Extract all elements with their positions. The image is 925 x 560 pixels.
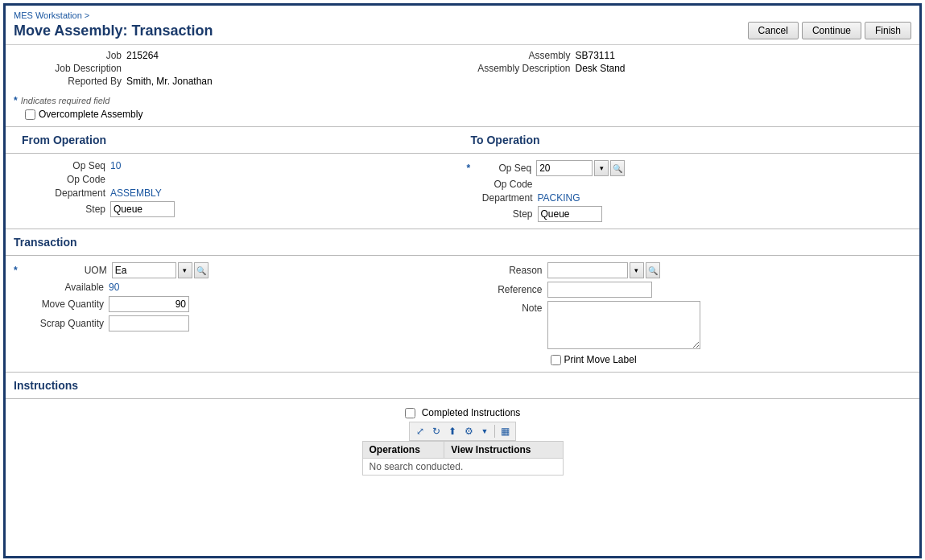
overcomplete-checkbox[interactable] — [25, 109, 35, 120]
to-step-label: Step — [467, 208, 538, 220]
instructions-toolbar: ⤢ ↻ ⬆ ⚙ ▼ ▦ — [409, 422, 516, 441]
reported-by-label: Reported By — [14, 76, 126, 87]
to-op-seq-search-btn[interactable]: 🔍 — [610, 160, 625, 176]
required-text: Indicates required field — [21, 96, 110, 105]
header-buttons: Cancel Continue Finish — [748, 22, 911, 39]
refresh-icon[interactable]: ↻ — [429, 424, 444, 439]
assembly-value: SB73111 — [576, 50, 615, 61]
from-step-select[interactable]: Queue Run Move — [110, 201, 175, 217]
from-step-label: Step — [14, 204, 110, 215]
from-op-seq-value: 10 — [110, 160, 121, 171]
completed-instructions-label[interactable]: Completed Instructions — [422, 407, 521, 418]
print-move-label-checkbox[interactable] — [551, 355, 561, 365]
gear-dropdown-icon[interactable]: ▼ — [477, 424, 492, 439]
available-value: 90 — [109, 282, 119, 293]
instructions-col2-header: View Instructions — [444, 442, 563, 459]
to-department-value: PACKING — [538, 192, 580, 204]
expand-icon[interactable]: ⤢ — [413, 424, 427, 439]
to-step-select[interactable]: Queue Run Move — [538, 206, 602, 222]
reason-label: Reason — [467, 265, 547, 276]
uom-dropdown-btn[interactable]: ▾ — [178, 262, 192, 278]
instructions-empty-row: No search conducted. — [362, 459, 563, 476]
to-operation-col: * Op Seq ▾ 🔍 Op Code Department PACKING … — [467, 157, 912, 225]
from-department-label: Department — [14, 187, 110, 199]
to-op-code-label: Op Code — [467, 179, 538, 190]
gear-icon[interactable]: ⚙ — [461, 424, 476, 439]
breadcrumb-link[interactable]: MES Workstation — [14, 10, 82, 20]
print-move-label-text[interactable]: Print Move Label — [564, 354, 637, 365]
to-op-seq-label: Op Seq — [472, 163, 536, 174]
note-label: Note — [467, 301, 547, 314]
job-label: Job — [14, 50, 126, 61]
transaction-right: Reason ▾ 🔍 Reference Note Print Move Lab… — [467, 259, 912, 369]
completed-instructions-checkbox[interactable] — [405, 408, 415, 418]
toolbar-divider — [494, 425, 495, 438]
job-info-section: Job 215264 Job Description Reported By S… — [6, 45, 919, 92]
transaction-title: Transaction — [6, 233, 919, 252]
reason-input[interactable] — [547, 262, 628, 278]
upload-icon[interactable]: ⬆ — [445, 424, 460, 439]
to-op-seq-dropdown-btn[interactable]: ▾ — [594, 160, 609, 176]
from-op-code-label: Op Code — [14, 174, 110, 185]
from-department-value: ASSEMBLY — [110, 187, 162, 199]
scrap-qty-label: Scrap Quantity — [14, 318, 109, 329]
overcomplete-label[interactable]: Overcomplete Assembly — [39, 109, 142, 120]
reported-by-value: Smith, Mr. Jonathan — [126, 76, 213, 87]
assembly-desc-value: Desk Stand — [576, 63, 626, 74]
instructions-empty-message: No search conducted. — [362, 459, 563, 476]
reference-label: Reference — [467, 284, 547, 295]
to-op-seq-required: * — [467, 163, 471, 174]
move-qty-input[interactable] — [109, 296, 189, 312]
to-operation-title: To Operation — [463, 130, 912, 150]
assembly-desc-label: Assembly Description — [463, 63, 576, 74]
from-op-seq-label: Op Seq — [14, 160, 110, 171]
cancel-button[interactable]: Cancel — [748, 22, 799, 39]
uom-label: UOM — [19, 265, 112, 276]
to-op-seq-input[interactable] — [536, 160, 593, 176]
instructions-title: Instructions — [6, 376, 919, 395]
available-label: Available — [14, 282, 109, 293]
assembly-label: Assembly — [463, 50, 576, 61]
reason-dropdown-btn[interactable]: ▾ — [630, 262, 644, 278]
scrap-qty-input[interactable] — [109, 315, 189, 331]
reference-input[interactable] — [547, 282, 652, 298]
finish-button[interactable]: Finish — [865, 22, 911, 39]
instructions-content: Completed Instructions ⤢ ↻ ⬆ ⚙ ▼ ▦ Opera… — [6, 402, 919, 480]
required-asterisk: * — [14, 95, 18, 106]
grid-icon[interactable]: ▦ — [498, 424, 512, 439]
transaction-left: * UOM ▾ 🔍 Available 90 Move Quantity Scr… — [14, 259, 459, 369]
breadcrumb: MES Workstation > — [14, 10, 911, 20]
from-operation-col: Op Seq 10 Op Code Department ASSEMBLY St… — [14, 157, 459, 225]
note-textarea[interactable] — [547, 301, 700, 349]
job-desc-label: Job Description — [14, 63, 126, 74]
uom-search-btn[interactable]: 🔍 — [194, 262, 209, 278]
uom-required: * — [14, 265, 18, 276]
from-operation-title: From Operation — [14, 130, 463, 150]
operations-section: Op Seq 10 Op Code Department ASSEMBLY St… — [6, 157, 919, 225]
page-title: Move Assembly: Transaction — [14, 23, 213, 39]
reason-search-btn[interactable]: 🔍 — [646, 262, 660, 278]
job-value: 215264 — [126, 50, 159, 61]
breadcrumb-separator: > — [85, 10, 89, 20]
continue-button[interactable]: Continue — [802, 22, 861, 39]
transaction-section: * UOM ▾ 🔍 Available 90 Move Quantity Scr… — [6, 259, 919, 369]
move-qty-label: Move Quantity — [14, 299, 109, 310]
instructions-table: Operations View Instructions No search c… — [362, 441, 564, 476]
required-note-section: * Indicates required field Overcomplete … — [6, 92, 919, 123]
to-department-label: Department — [467, 192, 538, 204]
instructions-col1-header: Operations — [362, 442, 444, 459]
uom-input[interactable] — [112, 262, 176, 278]
